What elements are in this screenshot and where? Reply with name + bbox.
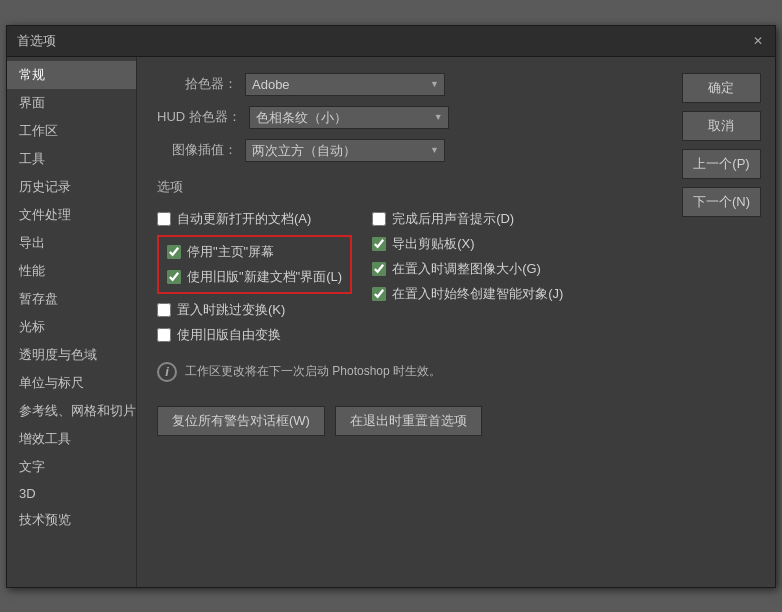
checkbox-resize-on-place-input[interactable] bbox=[372, 262, 386, 276]
checkbox-skip-transform-input[interactable] bbox=[157, 303, 171, 317]
checkbox-sound-label: 完成后用声音提示(D) bbox=[392, 210, 514, 228]
cancel-button[interactable]: 取消 bbox=[682, 111, 761, 141]
checkbox-skip-transform-label: 置入时跳过变换(K) bbox=[177, 301, 285, 319]
close-icon[interactable]: ✕ bbox=[751, 34, 765, 48]
sidebar-item-透明度与色域[interactable]: 透明度与色域 bbox=[7, 341, 136, 369]
checkbox-auto-update-label: 自动更新打开的文档(A) bbox=[177, 210, 311, 228]
checkbox-skip-transform[interactable]: 置入时跳过变换(K) bbox=[157, 301, 352, 319]
title-bar: 首选项 ✕ bbox=[7, 26, 775, 57]
checkbox-disable-home[interactable]: 停用"主页"屏幕 bbox=[167, 243, 342, 261]
preferences-dialog: 首选项 ✕ 常规界面工作区工具历史记录文件处理导出性能暂存盘光标透明度与色域单位… bbox=[6, 25, 776, 588]
reset-prefs-button[interactable]: 在退出时重置首选项 bbox=[335, 406, 482, 436]
checkbox-auto-update-input[interactable] bbox=[157, 212, 171, 226]
options-col-right: 完成后用声音提示(D) 导出剪贴板(X) 在置入时调整图像大小(G) 在置入时始… bbox=[372, 210, 563, 344]
sidebar-item-文件处理[interactable]: 文件处理 bbox=[7, 201, 136, 229]
sidebar-item-历史记录[interactable]: 历史记录 bbox=[7, 173, 136, 201]
sidebar-item-工具[interactable]: 工具 bbox=[7, 145, 136, 173]
checkbox-export-clipboard-label: 导出剪贴板(X) bbox=[392, 235, 474, 253]
checkbox-auto-update[interactable]: 自动更新打开的文档(A) bbox=[157, 210, 352, 228]
checkbox-disable-home-label: 停用"主页"屏幕 bbox=[187, 243, 274, 261]
checkbox-resize-on-place[interactable]: 在置入时调整图像大小(G) bbox=[372, 260, 563, 278]
right-buttons-panel: 确定 取消 上一个(P) 下一个(N) bbox=[682, 57, 775, 587]
sidebar-item-单位与标尺[interactable]: 单位与标尺 bbox=[7, 369, 136, 397]
sidebar-item-技术预览[interactable]: 技术预览 bbox=[7, 506, 136, 534]
sidebar-item-增效工具[interactable]: 增效工具 bbox=[7, 425, 136, 453]
interpolation-select-wrapper: 两次立方（自动） bbox=[245, 139, 445, 162]
hud-select[interactable]: 色相条纹（小） bbox=[249, 106, 449, 129]
sidebar-item-性能[interactable]: 性能 bbox=[7, 257, 136, 285]
sidebar: 常规界面工作区工具历史记录文件处理导出性能暂存盘光标透明度与色域单位与标尺参考线… bbox=[7, 57, 137, 587]
options-area: 自动更新打开的文档(A) 停用"主页"屏幕 使用旧版"新建文档"界面(L) bbox=[157, 210, 662, 344]
sidebar-item-导出[interactable]: 导出 bbox=[7, 229, 136, 257]
checkbox-disable-home-input[interactable] bbox=[167, 245, 181, 259]
prev-button[interactable]: 上一个(P) bbox=[682, 149, 761, 179]
sidebar-item-3D[interactable]: 3D bbox=[7, 481, 136, 506]
hud-label: HUD 拾色器： bbox=[157, 108, 241, 126]
hud-row: HUD 拾色器： 色相条纹（小） bbox=[157, 106, 662, 129]
sidebar-item-常规[interactable]: 常规 bbox=[7, 61, 136, 89]
checkbox-legacy-new-doc[interactable]: 使用旧版"新建文档"界面(L) bbox=[167, 268, 342, 286]
picker-select-wrapper: Adobe bbox=[245, 73, 445, 96]
checkbox-export-clipboard-input[interactable] bbox=[372, 237, 386, 251]
info-icon: i bbox=[157, 362, 177, 382]
sidebar-item-界面[interactable]: 界面 bbox=[7, 89, 136, 117]
main-content: 拾色器： Adobe HUD 拾色器： 色相条纹（小） 图像插值： bbox=[137, 57, 682, 587]
checkbox-smart-object[interactable]: 在置入时始终创建智能对象(J) bbox=[372, 285, 563, 303]
interpolation-select[interactable]: 两次立方（自动） bbox=[245, 139, 445, 162]
reset-dialogs-button[interactable]: 复位所有警告对话框(W) bbox=[157, 406, 325, 436]
options-label: 选项 bbox=[157, 178, 662, 196]
checkbox-legacy-free-transform-label: 使用旧版自由变换 bbox=[177, 326, 281, 344]
dialog-body: 常规界面工作区工具历史记录文件处理导出性能暂存盘光标透明度与色域单位与标尺参考线… bbox=[7, 57, 775, 587]
checkbox-export-clipboard[interactable]: 导出剪贴板(X) bbox=[372, 235, 563, 253]
ok-button[interactable]: 确定 bbox=[682, 73, 761, 103]
checkbox-legacy-free-transform-input[interactable] bbox=[157, 328, 171, 342]
sidebar-item-工作区[interactable]: 工作区 bbox=[7, 117, 136, 145]
highlighted-box: 停用"主页"屏幕 使用旧版"新建文档"界面(L) bbox=[157, 235, 352, 294]
checkbox-sound[interactable]: 完成后用声音提示(D) bbox=[372, 210, 563, 228]
sidebar-item-光标[interactable]: 光标 bbox=[7, 313, 136, 341]
next-button[interactable]: 下一个(N) bbox=[682, 187, 761, 217]
bottom-button-row: 复位所有警告对话框(W) 在退出时重置首选项 bbox=[157, 406, 662, 436]
sidebar-item-参考线、网格和切片[interactable]: 参考线、网格和切片 bbox=[7, 397, 136, 425]
sidebar-item-文字[interactable]: 文字 bbox=[7, 453, 136, 481]
checkbox-resize-on-place-label: 在置入时调整图像大小(G) bbox=[392, 260, 541, 278]
checkbox-smart-object-label: 在置入时始终创建智能对象(J) bbox=[392, 285, 563, 303]
picker-label: 拾色器： bbox=[157, 75, 237, 93]
picker-row: 拾色器： Adobe bbox=[157, 73, 662, 96]
interpolation-row: 图像插值： 两次立方（自动） bbox=[157, 139, 662, 162]
checkbox-sound-input[interactable] bbox=[372, 212, 386, 226]
checkbox-legacy-new-doc-input[interactable] bbox=[167, 270, 181, 284]
checkbox-legacy-free-transform[interactable]: 使用旧版自由变换 bbox=[157, 326, 352, 344]
checkbox-legacy-new-doc-label: 使用旧版"新建文档"界面(L) bbox=[187, 268, 342, 286]
hud-select-wrapper: 色相条纹（小） bbox=[249, 106, 449, 129]
info-text: 工作区更改将在下一次启动 Photoshop 时生效。 bbox=[185, 363, 441, 380]
checkbox-smart-object-input[interactable] bbox=[372, 287, 386, 301]
info-row: i 工作区更改将在下一次启动 Photoshop 时生效。 bbox=[157, 362, 662, 382]
interpolation-label: 图像插值： bbox=[157, 141, 237, 159]
sidebar-item-暂存盘[interactable]: 暂存盘 bbox=[7, 285, 136, 313]
options-col-left: 自动更新打开的文档(A) 停用"主页"屏幕 使用旧版"新建文档"界面(L) bbox=[157, 210, 352, 344]
dialog-title: 首选项 bbox=[17, 32, 56, 50]
picker-select[interactable]: Adobe bbox=[245, 73, 445, 96]
